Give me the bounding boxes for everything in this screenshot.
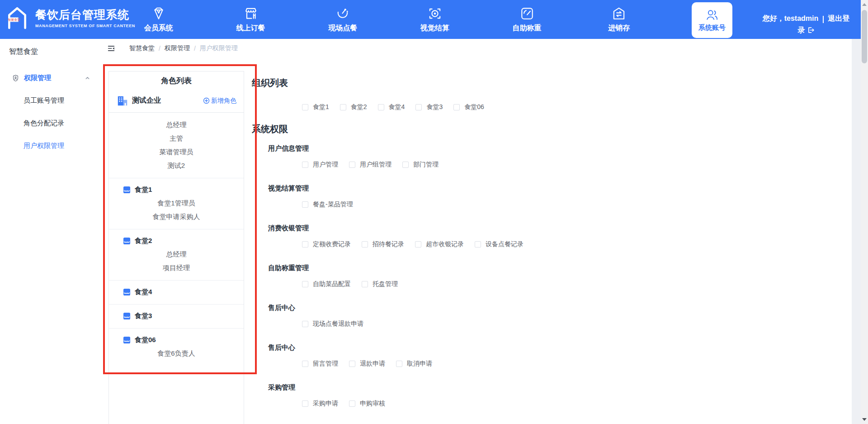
checkbox[interactable] [340, 104, 346, 110]
role-item[interactable]: 总经理 [109, 118, 244, 132]
checkbox-option[interactable]: 用户管理 [302, 161, 338, 169]
nav-item-vision-checkout[interactable]: 视觉结算 [389, 0, 481, 39]
checkbox-option[interactable]: 食堂1 [302, 103, 329, 111]
role-item[interactable]: 总经理 [109, 248, 244, 261]
page-scrollbar[interactable] [861, 0, 868, 424]
checkbox[interactable] [302, 400, 308, 407]
permission-section: 视觉结算管理餐盘-菜品管理 [252, 184, 740, 209]
checkbox-option[interactable]: 定额收费记录 [302, 240, 351, 248]
nav-item-inventory[interactable]: 进销存 [573, 0, 665, 39]
checkbox[interactable] [362, 241, 368, 248]
checkbox[interactable] [475, 241, 481, 248]
canteen-group-label: 食堂3 [135, 312, 152, 320]
checkbox-option[interactable]: 部门管理 [402, 161, 439, 169]
nav-item-member-system[interactable]: 会员系统 [113, 0, 205, 39]
user-menu[interactable]: 您好，testadmin退出登录 [761, 13, 851, 36]
breadcrumb-item[interactable]: 智慧食堂 [129, 44, 155, 52]
checkbox-option[interactable]: 设备点餐记录 [475, 240, 524, 248]
checkbox-label: 设备点餐记录 [486, 240, 524, 248]
role-item[interactable]: 食堂申请采购人 [109, 210, 244, 224]
checkbox[interactable] [362, 281, 368, 287]
add-role-button[interactable]: 新增角色 [203, 97, 236, 105]
checkbox-option[interactable]: 采购申请 [302, 400, 338, 408]
canteen-group-header[interactable]: 食堂06 [109, 334, 244, 346]
checkbox-label: 食堂06 [464, 103, 484, 111]
checkbox[interactable] [302, 201, 308, 208]
company-name: 测试企业 [132, 96, 203, 105]
checkbox[interactable] [415, 104, 422, 110]
role-item[interactable]: 菜谱管理员 [109, 145, 244, 159]
checkbox-option[interactable]: 现场点餐退款申请 [302, 320, 363, 328]
sidebar-group-permission[interactable]: 权限管理 [0, 67, 99, 89]
checkbox-option[interactable]: 用户组管理 [349, 161, 392, 169]
checkbox-option[interactable]: 招待餐记录 [362, 240, 404, 248]
sidebar-item-user-permission[interactable]: 用户权限管理 [0, 134, 99, 157]
checkbox[interactable] [302, 321, 308, 327]
checkbox-option[interactable]: 留言管理 [302, 360, 338, 368]
nav-item-system-account[interactable]: 系统账号 [692, 2, 732, 38]
checkbox-option[interactable]: 食堂4 [378, 103, 405, 111]
checkbox-option[interactable]: 食堂06 [453, 103, 484, 111]
sidebar: 智慧食堂 权限管理 员工账号管理角色分配记录用户权限管理 [0, 39, 99, 424]
sidebar-title: 智慧食堂 [9, 47, 38, 57]
main-nav: 会员系统线上订餐现场点餐视觉结算自助称重进销存 [113, 0, 665, 39]
checkbox[interactable] [302, 162, 308, 168]
role-item[interactable]: 主管 [109, 132, 244, 145]
role-item[interactable]: 食堂1管理员 [109, 196, 244, 210]
role-item[interactable]: 食堂6负责人 [109, 347, 244, 360]
nav-item-online-order[interactable]: 线上订餐 [205, 0, 297, 39]
app-header: 智慧食堂 餐饮后台管理系统 MANAGEMENT SYSTEM OF SMART… [0, 0, 868, 39]
sidebar-item-role-assignment-records[interactable]: 角色分配记录 [0, 112, 99, 134]
checkbox[interactable] [349, 361, 355, 367]
checkbox-option[interactable]: 餐盘-菜品管理 [302, 200, 353, 209]
canteen-group-label: 食堂1 [135, 186, 152, 194]
breadcrumb-item[interactable]: 权限管理 [165, 44, 190, 52]
canteen-group-header[interactable]: 食堂1 [109, 184, 244, 195]
role-group: 食堂06食堂6负责人 [109, 328, 244, 366]
checkbox-label: 退款申请 [360, 360, 385, 368]
permission-section-title: 视觉结算管理 [268, 184, 740, 193]
vision-scan-icon [427, 6, 443, 21]
checkbox-label: 采购申请 [313, 400, 338, 408]
checkbox[interactable] [378, 104, 384, 110]
checkbox-option[interactable]: 托盘管理 [362, 280, 398, 288]
canteen-group-header[interactable]: 食堂3 [109, 310, 244, 322]
permission-section: 消费收银管理定额收费记录招待餐记录超市收银记录设备点餐记录 [252, 224, 740, 248]
scrollbar-up-arrow[interactable] [861, 1, 868, 8]
role-item[interactable]: 测试2 [109, 159, 244, 172]
permission-section-title: 用户信息管理 [268, 144, 740, 153]
permission-section-title: 售后中心 [268, 343, 740, 352]
checkbox[interactable] [302, 361, 308, 367]
checkbox[interactable] [302, 241, 308, 248]
checkbox-option[interactable]: 自助菜品配置 [302, 280, 351, 288]
canteen-group-header[interactable]: 食堂2 [109, 235, 244, 247]
nav-item-label: 线上订餐 [236, 24, 265, 33]
checkbox-label: 自助菜品配置 [313, 280, 351, 288]
checkbox[interactable] [396, 361, 402, 367]
sidebar-item-staff-accounts[interactable]: 员工账号管理 [0, 89, 99, 112]
checkbox[interactable] [415, 241, 421, 248]
nav-item-dine-in-order[interactable]: 现场点餐 [297, 0, 389, 39]
checkbox-option[interactable]: 超市收银记录 [415, 240, 464, 248]
checkbox[interactable] [349, 400, 355, 407]
menu-fold-icon[interactable] [107, 44, 115, 52]
scrollbar-down-arrow[interactable] [861, 416, 868, 423]
checkbox[interactable] [453, 104, 460, 110]
divider [823, 16, 824, 23]
checkbox[interactable] [302, 281, 308, 287]
checkbox-option[interactable]: 申购审核 [349, 400, 385, 408]
canteen-group-label: 食堂06 [135, 336, 156, 344]
company-row[interactable]: 测试企业 新增角色 [109, 89, 244, 113]
checkbox[interactable] [302, 104, 308, 110]
checkbox-option[interactable]: 退款申请 [349, 360, 385, 368]
checkbox-option[interactable]: 食堂2 [340, 103, 367, 111]
role-item[interactable]: 项目经理 [109, 261, 244, 275]
nav-item-self-weighing[interactable]: 自助称重 [481, 0, 573, 39]
checkbox[interactable] [349, 162, 355, 168]
role-group: 食堂3 [109, 304, 244, 328]
checkbox[interactable] [402, 162, 409, 168]
scrollbar-thumb[interactable] [862, 10, 867, 63]
checkbox-option[interactable]: 食堂3 [415, 103, 443, 111]
canteen-group-header[interactable]: 食堂4 [109, 286, 244, 298]
checkbox-option[interactable]: 取消申请 [396, 360, 432, 368]
